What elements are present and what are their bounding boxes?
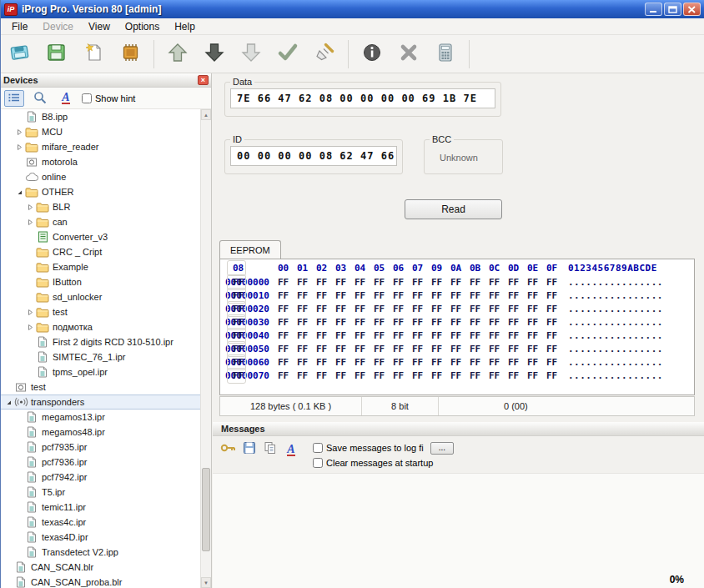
hex-byte-cell[interactable]: FF [542,304,561,314]
hex-byte-cell[interactable]: FF [331,357,350,368]
hex-byte-cell[interactable]: FF [465,277,485,288]
hex-byte-cell[interactable]: FF [408,344,427,354]
tree-item-test[interactable]: test [1,304,200,319]
hex-byte-cell[interactable]: FF [504,344,523,354]
download-button[interactable] [199,38,230,70]
hex-byte-cell[interactable]: FF [485,344,504,354]
hex-byte-cell[interactable]: FF [370,330,389,341]
tree-item-megamos48-ipr[interactable]: megamos48.ipr [1,425,200,440]
hex-byte-cell[interactable]: FF [427,304,446,314]
tree-item-test[interactable]: test [1,379,200,395]
tree-collapsed-expander-icon[interactable] [25,309,35,316]
hex-byte-cell[interactable]: FF [523,330,542,341]
hex-byte-cell[interactable]: FF [542,330,561,341]
tree-item-transponders[interactable]: transponders [1,395,200,410]
hex-byte-cell[interactable]: FF [485,290,504,301]
hex-byte-cell[interactable]: FF [446,304,465,314]
tree-item-other[interactable]: OTHER [1,184,200,199]
hex-byte-cell[interactable]: FF [274,330,293,341]
hex-byte-cell[interactable]: FF [389,317,408,328]
browse-button[interactable]: ... [430,442,454,455]
hex-byte-cell[interactable]: FF [465,357,485,368]
hex-byte-cell[interactable]: FF [427,330,446,341]
hex-byte-cell[interactable]: FF [465,317,485,328]
menu-device[interactable]: Device [35,19,81,34]
hex-byte-cell[interactable]: FF [370,290,389,301]
cancel-button[interactable] [393,38,425,70]
hex-byte-cell[interactable]: FF [446,344,465,354]
hex-byte-cell[interactable]: FF [504,370,523,381]
hex-byte-cell[interactable]: FF [350,277,370,288]
tree-collapsed-expander-icon[interactable] [25,204,35,211]
hex-byte-cell[interactable]: FF [370,317,389,328]
hex-byte-cell[interactable]: FF [542,317,561,328]
hex-byte-cell[interactable]: FF [389,370,408,381]
menu-help[interactable]: Help [167,19,203,34]
save-log-button[interactable] [240,441,259,458]
hex-byte-cell[interactable]: FF [274,277,293,288]
hex-byte-cell[interactable]: FF [350,330,370,341]
hex-byte-cell[interactable]: FF [350,290,370,301]
data-input[interactable]: 7E 66 47 62 08 00 00 00 00 69 1B 7E [230,88,495,108]
hex-byte-cell[interactable]: FF [331,344,350,354]
hex-byte-cell[interactable]: FF [331,317,350,328]
scrollbar-down-icon[interactable]: ▼ [201,577,211,588]
hex-byte-cell[interactable]: FF [446,330,465,341]
hex-byte-cell[interactable]: FF [274,304,293,314]
verify-button[interactable] [272,38,304,70]
hex-byte-cell[interactable]: FF [370,344,389,354]
tree-item-texas4c-ipr[interactable]: texas4c.ipr [1,515,200,530]
messages-font-button[interactable]: A [282,441,300,458]
hex-byte-cell[interactable]: FF [523,370,542,381]
font-button[interactable]: A [56,90,76,107]
hex-byte-cell[interactable]: FF [370,357,389,368]
hex-byte-cell[interactable]: FF [293,277,312,288]
tree-item-converter-v3[interactable]: Converter_v3 [1,229,200,244]
hex-byte-cell[interactable]: FF [274,357,293,368]
hex-byte-cell[interactable]: FF [427,277,446,288]
hex-byte-cell[interactable]: FF [408,370,427,381]
hex-byte-cell[interactable]: FF [293,357,312,368]
tree-item-подмотка[interactable]: подмотка [1,319,200,334]
minimize-button[interactable] [645,3,662,16]
hex-byte-cell[interactable]: FF [542,290,561,301]
hex-byte-cell[interactable]: FF [485,304,504,314]
tree-item-pcf7936-ipr[interactable]: pcf7936.ipr [1,455,200,470]
hex-byte-cell[interactable]: FF [350,317,370,328]
hex-byte-cell[interactable]: FF [370,304,389,314]
hex-byte-cell[interactable]: FF [370,370,389,381]
hex-byte-cell[interactable]: FF [504,357,523,368]
tree-scrollbar[interactable]: ▲ ▼ [200,109,211,588]
hex-byte-cell[interactable]: FF [427,357,446,368]
hex-byte-cell[interactable]: FF [331,277,350,288]
hex-byte-cell[interactable]: FF [293,304,312,314]
hex-byte-cell[interactable]: FF [427,317,446,328]
hex-byte-cell[interactable]: FF [446,317,465,328]
hex-byte-cell[interactable]: FF [446,290,465,301]
hex-byte-cell[interactable]: FF [293,344,312,354]
tree-item-pcf7942-ipr[interactable]: pcf7942.ipr [1,470,200,485]
tree-item-megamos13-ipr[interactable]: megamos13.ipr [1,410,200,425]
tree-item-temic11-ipr[interactable]: temic11.ipr [1,500,200,515]
hex-byte-cell[interactable]: FF [312,344,331,354]
tab-eeprom[interactable]: EEPROM [219,240,281,259]
devices-close-button[interactable]: × [198,75,209,85]
clear-startup-checkbox[interactable]: Clear messages at startup [313,458,433,468]
hex-byte-cell[interactable]: FF [312,290,331,301]
hex-byte-cell[interactable]: FF [408,357,427,368]
save-log-checkbox-input[interactable] [313,443,323,453]
tree-item-texas4d-ipr[interactable]: texas4D.ipr [1,530,200,545]
hex-byte-cell[interactable]: FF [408,304,427,314]
hex-byte-cell[interactable]: FF [485,317,504,328]
upload-button[interactable] [162,38,194,70]
tree-item-online[interactable]: online [1,169,200,184]
show-hint-checkbox[interactable]: Show hint [82,93,135,103]
save-log-checkbox[interactable]: Save messages to log fi [313,443,424,453]
tree-item-blr[interactable]: BLR [1,199,200,214]
hex-byte-cell[interactable]: FF [350,304,370,314]
scrollbar-up-icon[interactable]: ▲ [201,109,211,120]
download-disabled-button[interactable] [235,38,267,70]
hex-byte-cell[interactable]: FF [350,370,370,381]
hex-byte-cell[interactable]: FF [408,330,427,341]
hex-byte-cell[interactable]: FF [274,370,293,381]
